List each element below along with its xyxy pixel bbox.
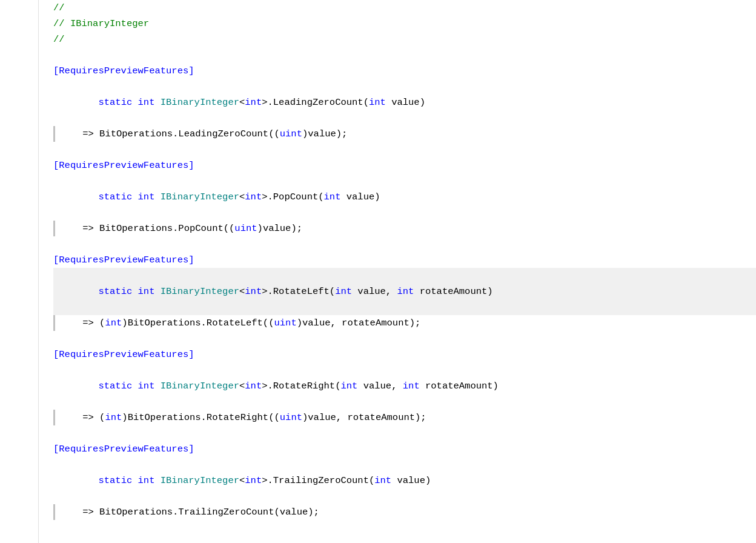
code-area[interactable]: // // IBinaryInteger // [RequiresPreview… [39, 0, 756, 543]
code-line: [RequiresPreviewFeatures] [53, 347, 756, 362]
code-text: => BitOperations.PopCount((uint)value); [60, 221, 302, 236]
code-line-bar: => (int)BitOperations.RotateRight((uint)… [53, 410, 756, 425]
code-text: static int IBinaryInteger<int>.LeadingZe… [53, 79, 425, 126]
vertical-bar [53, 221, 55, 236]
line-numbers [0, 0, 39, 543]
vertical-bar [53, 126, 55, 142]
vertical-bar [53, 315, 55, 331]
code-line-bar: => BitOperations.LeadingZeroCount((uint)… [53, 126, 756, 142]
code-text: => (int)BitOperations.RotateRight((uint)… [60, 410, 426, 425]
code-container: // // IBinaryInteger // [RequiresPreview… [0, 0, 756, 543]
attribute-text: [RequiresPreviewFeatures] [53, 252, 194, 268]
code-line: static int IBinaryInteger<int>.LeadingZe… [53, 79, 756, 126]
code-text: static int IBinaryInteger<int>.PopCount(… [53, 173, 380, 221]
code-line-empty [53, 331, 756, 347]
code-line-empty [53, 236, 756, 252]
attribute-text: [RequiresPreviewFeatures] [53, 347, 194, 362]
code-line-bar: => (int)BitOperations.RotateLeft((uint)v… [53, 315, 756, 331]
code-line-bar: => BitOperations.TrailingZeroCount(value… [53, 504, 756, 520]
code-line-bar: => BitOperations.PopCount((uint)value); [53, 221, 756, 236]
code-line: // [53, 0, 756, 16]
vertical-bar [53, 410, 55, 425]
code-line: // IBinaryInteger [53, 16, 756, 32]
code-line: static int IBinaryInteger<int>.PopCount(… [53, 173, 756, 221]
code-text: => BitOperations.LeadingZeroCount((uint)… [60, 126, 347, 142]
code-line: static int IBinaryInteger<int>.TrailingZ… [53, 457, 756, 504]
vertical-bar [53, 504, 55, 520]
code-text: static int IBinaryInteger<int>.RotateRig… [53, 362, 499, 410]
comment-text: // [53, 32, 65, 47]
comment-text: // IBinaryInteger [53, 16, 149, 32]
code-line-empty [53, 425, 756, 441]
code-text: => BitOperations.TrailingZeroCount(value… [60, 504, 319, 520]
code-text: => (int)BitOperations.RotateLeft((uint)v… [60, 315, 420, 331]
code-line-empty [53, 47, 756, 63]
attribute-text: [RequiresPreviewFeatures] [53, 158, 194, 173]
code-line: [RequiresPreviewFeatures] [53, 63, 756, 79]
attribute-text: [RequiresPreviewFeatures] [53, 441, 194, 457]
code-text: static int IBinaryInteger<int>.TrailingZ… [53, 457, 431, 504]
code-line-highlighted: static int IBinaryInteger<int>.RotateLef… [53, 268, 756, 315]
code-line: [RequiresPreviewFeatures] [53, 158, 756, 173]
code-line: // [53, 32, 756, 47]
code-line: static int IBinaryInteger<int>.RotateRig… [53, 362, 756, 410]
code-line-empty [53, 142, 756, 158]
code-line: [RequiresPreviewFeatures] [53, 252, 756, 268]
code-text: static int IBinaryInteger<int>.RotateLef… [53, 268, 493, 315]
code-line: [RequiresPreviewFeatures] [53, 441, 756, 457]
attribute-text: [RequiresPreviewFeatures] [53, 63, 194, 79]
comment-text: // [53, 0, 65, 16]
